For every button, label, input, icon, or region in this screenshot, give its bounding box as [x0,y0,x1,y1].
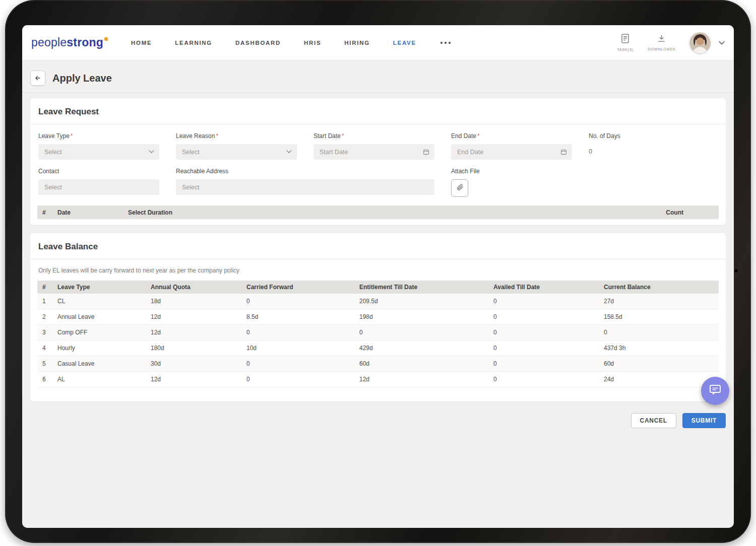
table-cell: 0 [246,360,359,367]
nav-item-home[interactable]: HOME [131,40,152,46]
logo-text-regular: people [31,36,67,49]
table-cell: 180d [151,345,246,352]
attach-file-label: Attach File [451,168,480,175]
table-cell: 0 [246,298,359,305]
leave-reason-placeholder: Select [182,149,200,156]
required-asterisk: * [71,132,73,140]
more-menu-icon[interactable] [439,39,452,47]
nav-item-hiring[interactable]: HIRING [344,40,369,46]
table-cell: 27d [604,298,714,305]
back-button[interactable] [30,71,45,86]
tasks-icon [621,34,629,45]
duration-table-header: # Date Select Duration Count [37,206,719,219]
col-carried-forward: Carried Forward [246,284,359,291]
downloads-button[interactable]: DOWNLOADS [648,34,675,51]
col-annual-quota: Annual Quota [151,284,246,291]
start-date-input[interactable] [320,144,428,160]
main-nav: HOME LEARNING DASHBOARD HRIS HIRING LEAV… [131,39,452,47]
table-row: 6 AL 12d 0 12d 0 24d [37,372,719,387]
leave-reason-select[interactable]: Select [176,144,297,160]
tasks-button[interactable]: TASK(S) [617,34,634,52]
leave-balance-card: Leave Balance Only EL leaves will be car… [30,233,726,401]
duration-table: # Date Select Duration Count [37,206,719,225]
table-cell: 0 [493,360,604,367]
top-navbar: peoplestrong HOME LEARNING DASHBOARD HRI… [22,25,734,60]
col-leave-type: Leave Type [57,284,151,291]
peoplestrong-logo[interactable]: peoplestrong [31,36,108,49]
nav-item-learning[interactable]: LEARNING [175,40,212,46]
no-of-days-field: No. of Days 0 [589,132,620,160]
table-row: 5 Casual Leave 30d 0 60d 0 60d [37,356,719,372]
table-cell: 10d [246,345,359,352]
no-of-days-value: 0 [589,144,620,155]
reachable-address-field: Reachable Address [176,168,434,197]
table-cell: 30d [151,360,246,367]
leave-balance-note: Only EL leaves will be carry forward to … [30,259,726,275]
chat-fab-button[interactable] [701,377,729,405]
no-of-days-label: No. of Days [589,132,620,140]
duration-table-body-empty [37,219,719,225]
paperclip-icon [456,183,464,193]
reachable-address-input[interactable] [182,179,428,195]
nav-item-leave[interactable]: LEAVE [393,40,416,46]
reachable-address-input-wrap [176,179,434,195]
calendar-icon[interactable] [560,149,567,155]
end-date-input[interactable] [457,144,566,160]
submit-button[interactable]: SUBMIT [682,413,726,428]
col-num: # [42,284,57,291]
duration-col-count: Count [648,209,714,216]
topbar-actions: TASK(S) DOWNLOADS [617,32,725,53]
downloads-label: DOWNLOADS [648,47,675,51]
chevron-down-icon [286,150,292,154]
table-cell: Casual Leave [57,360,151,367]
table-row: 4 Hourly 180d 10d 429d 0 437d 3h [37,340,719,356]
table-cell: 12d [359,376,493,383]
contact-input[interactable] [44,179,153,195]
table-row: 1 CL 18d 0 209.5d 0 27d [37,294,719,309]
start-date-label: Start Date* [313,132,434,140]
profile-chevron-down-icon[interactable] [719,41,725,45]
tablet-device: peoplestrong HOME LEARNING DASHBOARD HRI… [0,0,756,546]
table-cell: 5 [42,360,57,367]
table-cell: 198d [359,313,493,320]
table-cell: 3 [42,329,57,336]
table-cell: 24d [604,376,714,383]
leave-reason-field: Leave Reason* Select [176,132,297,160]
calendar-icon[interactable] [423,149,429,155]
table-cell: 437d 3h [604,345,714,352]
table-cell: 0 [493,376,604,383]
attach-file-field: Attach File [451,168,480,197]
leave-balance-table-header: # Leave Type Annual Quota Carried Forwar… [37,281,719,294]
end-date-input-wrap [451,144,572,160]
leave-type-select[interactable]: Select [38,144,159,160]
table-cell: 12d [151,329,246,336]
leave-reason-label: Leave Reason* [176,132,297,140]
table-cell: 429d [359,345,493,352]
contact-field: Contact [38,168,159,197]
table-cell: 60d [359,360,493,367]
table-cell: 0 [493,345,604,352]
required-asterisk: * [216,132,218,140]
chat-icon [709,384,721,398]
nav-item-dashboard[interactable]: DASHBOARD [235,40,281,46]
table-cell: 1 [42,298,57,305]
tasks-label: TASK(S) [617,47,634,52]
cancel-button[interactable]: CANCEL [631,413,676,428]
table-cell: Comp OFF [57,329,151,336]
leave-type-field: Leave Type* Select [38,132,159,160]
leave-request-fields: Leave Type* Select Leave Reason* Select [30,124,726,197]
nav-item-hris[interactable]: HRIS [304,40,321,46]
table-cell: 2 [42,313,57,320]
table-row: 2 Annual Leave 12d 8.5d 198d 0 158.5d [37,309,719,325]
logo-accent-mark [104,37,108,41]
table-row: 3 Comp OFF 12d 0 0 0 0 [37,325,719,340]
table-cell: Annual Leave [57,313,151,320]
reachable-address-label: Reachable Address [176,168,434,175]
table-cell: 0 [493,329,604,336]
col-availed: Availed Till Date [493,284,604,291]
table-cell: 0 [359,329,493,336]
user-avatar[interactable] [689,32,711,53]
camera-dot [733,268,739,274]
table-cell: 6 [42,376,57,383]
attach-file-button[interactable] [451,179,468,197]
